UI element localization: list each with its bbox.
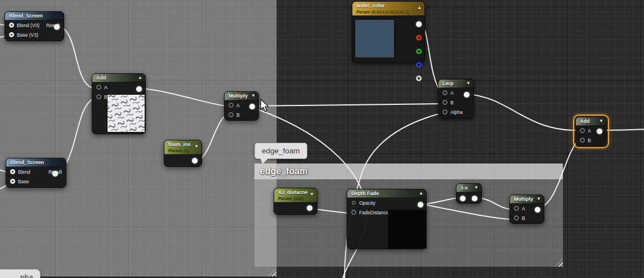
tooltip-corner-partial: pha [0,269,41,278]
expand-arrow-icon[interactable]: ▼ [310,192,314,197]
comment-title: edge_foam [260,166,307,176]
node-lerp[interactable]: Lerp ▼ A B Alpha [438,79,474,118]
a-output-pin[interactable] [416,76,422,81]
output-pin[interactable] [597,129,602,134]
node-title: Lerp [442,81,454,86]
input-pin[interactable] [351,210,356,215]
collapse-arrow-icon[interactable]: ▲ [417,5,422,10]
node-header[interactable]: Depth Fade ▲ [347,189,426,198]
pin-label: A [588,128,591,134]
tooltip-edge-foam: edge_foam [254,143,307,159]
comment-body [0,0,276,276]
node-header[interactable]: foam_ins Param (1) ▼ [164,140,202,155]
output-pin[interactable] [136,86,142,92]
collapse-arrow-icon[interactable]: ▲ [419,191,423,196]
input-pin[interactable] [514,206,519,211]
node-title: Add [580,118,590,124]
node-title: Depth Fade [351,191,379,196]
output-pin[interactable] [249,104,255,109]
input-pin[interactable] [229,103,234,108]
node-header[interactable]: Blend_Screen [5,12,64,20]
node-blend-screen-bottom[interactable]: Blend_Screen Blend Result Base [6,158,66,188]
pin-label: B [588,138,591,143]
pin-label: Base [18,179,29,184]
node-header[interactable]: water_color Param (0.014,0.03,0.04,1) ▲ [352,2,424,16]
node-title: Blend_Screen [9,13,43,19]
pin-label: A [522,206,525,211]
r-output-pin[interactable] [416,35,422,41]
texture-preview [107,94,145,133]
pin-label: Opacity [359,200,375,206]
node-multiply-foam[interactable]: Multiply ▼ A B [509,195,544,224]
input-pin[interactable] [514,215,519,220]
node-header[interactable]: 1-x ▼ [457,184,481,192]
material-graph-canvas[interactable]: edge_foam Blend_Screen [0,0,644,278]
output-pin[interactable] [464,92,469,98]
node-one-minus-x[interactable]: 1-x ▼ [456,183,482,204]
input-pin[interactable] [96,94,101,99]
node-header[interactable]: Add ▲ [92,74,145,82]
input-pin[interactable] [352,201,356,205]
expand-arrow-icon[interactable]: ▼ [474,185,478,190]
pin-label: B [450,100,454,105]
b-output-pin[interactable] [416,62,422,68]
g-output-pin[interactable] [416,48,422,54]
node-multiply-main[interactable]: Multiply ▼ A B [224,91,259,121]
input-pin[interactable] [442,109,448,114]
input-pin[interactable] [9,32,14,37]
node-subtitle: Param (100) [278,196,308,201]
pin-label: Alpha [450,109,463,115]
pin-label: Blend [18,169,30,175]
node-header[interactable]: Add ▼ [576,117,606,126]
expand-arrow-icon[interactable]: ▼ [466,81,471,86]
rgb-output-pin[interactable] [416,21,422,27]
expand-arrow-icon[interactable]: ▼ [251,93,256,98]
node-title: XJ_distacne [278,189,308,195]
node-depth-fade[interactable]: Depth Fade ▲ Opacity FadeDistance [347,189,427,249]
input-pin[interactable] [9,23,14,28]
comment-title-bar[interactable]: edge_foam [254,164,563,179]
wire[interactable] [467,94,578,130]
input-pin[interactable] [96,85,101,90]
input-pin[interactable] [580,138,585,143]
input-pin[interactable] [10,169,15,174]
node-foam-ins[interactable]: foam_ins Param (1) ▼ [164,140,202,167]
output-pin[interactable] [192,158,198,164]
color-preview[interactable] [355,19,395,58]
input-pin[interactable] [229,112,234,117]
wire[interactable] [251,104,441,106]
node-header[interactable]: Lerp ▼ [439,80,473,88]
input-pin[interactable] [580,128,585,133]
comment-box-left [0,0,276,276]
output-pin[interactable] [472,196,477,201]
node-header[interactable]: Multiply ▼ [510,195,544,204]
pin-label: Blend (V3) [17,23,39,28]
node-header[interactable]: Multiply ▼ [225,92,258,100]
collapse-arrow-icon[interactable]: ▲ [138,75,142,80]
input-pin[interactable] [442,100,448,105]
output-pin[interactable] [535,207,540,213]
input-pin[interactable] [460,196,466,201]
node-header[interactable]: XJ_distacne Param (100) ▼ [274,188,317,202]
expand-arrow-icon[interactable]: ▼ [536,196,541,201]
expand-arrow-icon[interactable]: ▼ [599,118,603,123]
output-pin[interactable] [54,24,60,30]
input-pin[interactable] [442,90,448,95]
node-subtitle: Param (0.014,0.03,0.04,1) [356,9,415,14]
node-add-selected[interactable]: Add ▼ A B [575,117,607,146]
node-title: Multiply [514,196,533,202]
pin-label: A [236,103,240,108]
node-water-color[interactable]: water_color Param (0.014,0.03,0.04,1) ▲ [352,1,425,63]
pin-label: Base (V3) [17,32,38,38]
node-add-main[interactable]: Add ▲ A B [92,73,146,134]
output-pin[interactable] [418,202,423,208]
node-subtitle: Param (1) [168,148,193,153]
output-pin[interactable] [307,205,312,211]
node-header[interactable]: Blend_Screen [6,158,66,167]
node-blend-screen-top[interactable]: Blend_Screen Blend (V3) Result Base (V3) [5,11,64,41]
pin-label: B [236,112,240,118]
expand-arrow-icon[interactable]: ▼ [194,144,199,149]
node-xj-distacne[interactable]: XJ_distacne Param (100) ▼ [274,188,317,215]
output-pin[interactable] [52,171,58,176]
input-pin[interactable] [10,179,15,184]
